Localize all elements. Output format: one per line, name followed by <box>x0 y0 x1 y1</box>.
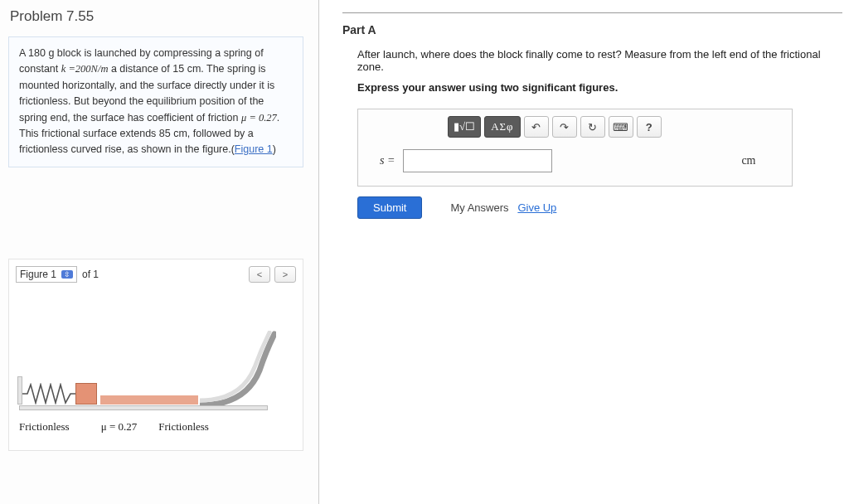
fig-label-mid: μ = 0.27 <box>101 420 138 434</box>
figure-panel: Figure 1 ⇳ of 1 < > <box>8 259 303 451</box>
problem-title: Problem 7.55 <box>8 8 303 25</box>
fig-label-left: Frictionless <box>19 420 70 434</box>
greek-button[interactable]: ΑΣφ <box>484 116 520 138</box>
redo-button[interactable]: ↷ <box>552 116 577 138</box>
help-button[interactable]: ? <box>637 116 662 138</box>
reset-button[interactable]: ↻ <box>580 116 605 138</box>
templates-button[interactable]: ▮√☐ <box>448 116 481 138</box>
unit-label: cm <box>741 154 755 167</box>
part-a-instruction: Express your answer using two significan… <box>342 81 842 94</box>
figure-count: of 1 <box>82 269 99 280</box>
problem-statement: A 180 g block is launched by compressing… <box>8 36 303 167</box>
ground <box>19 405 268 410</box>
part-a-heading: Part A <box>342 23 842 36</box>
formula-toolbar: ▮√☐ ΑΣφ ↶ ↷ ↻ ⌨ ? <box>358 109 792 144</box>
figure-canvas: Frictionless μ = 0.27 Frictionless <box>16 311 281 443</box>
curved-rise <box>200 331 276 405</box>
figure-link[interactable]: Figure 1 <box>235 143 273 155</box>
figure-next-button[interactable]: > <box>274 266 296 283</box>
give-up-link[interactable]: Give Up <box>517 201 556 214</box>
submit-button[interactable]: Submit <box>357 196 422 219</box>
figure-prev-button[interactable]: < <box>249 266 270 283</box>
undo-button[interactable]: ↶ <box>524 116 549 138</box>
figure-select-label: Figure 1 <box>20 269 56 280</box>
my-answers-link[interactable]: My Answers <box>450 201 508 214</box>
block <box>75 383 97 405</box>
answer-box: ▮√☐ ΑΣφ ↶ ↷ ↻ ⌨ ? s = cm <box>357 109 793 187</box>
updown-icon: ⇳ <box>61 270 73 279</box>
spring-icon <box>22 383 75 405</box>
divider <box>342 12 842 13</box>
part-a-question: After launch, where does the block final… <box>342 48 842 73</box>
figure-select[interactable]: Figure 1 ⇳ <box>16 266 77 283</box>
variable-label: s = <box>380 154 395 167</box>
keyboard-button[interactable]: ⌨ <box>609 116 633 138</box>
stmt-end: ) <box>273 143 276 155</box>
mu-expression: μ = 0.27 <box>241 112 277 124</box>
fig-label-right: Frictionless <box>158 420 209 434</box>
k-expression: k =200N/m <box>61 63 109 75</box>
answer-input[interactable] <box>403 149 552 172</box>
friction-zone <box>100 395 198 405</box>
